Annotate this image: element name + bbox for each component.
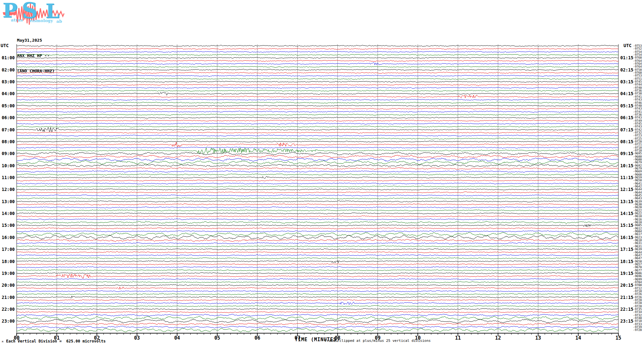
seismogram-plot [0, 0, 644, 346]
hour-label-right: 23:15 [620, 318, 633, 324]
trace-row [17, 282, 618, 283]
trace-row [17, 54, 618, 56]
clip-note: Traces clipped at plus/minus 25 vertical… [325, 339, 431, 343]
trace-row [17, 168, 618, 170]
trace-row [17, 114, 618, 116]
hour-label-left: 03:00 [0, 79, 15, 84]
trace-row [17, 274, 618, 278]
trace-row [17, 224, 618, 227]
hour-label-left: 05:00 [0, 103, 15, 108]
hour-label-left: 06:00 [0, 115, 15, 120]
hour-label-left: 12:00 [0, 187, 15, 192]
hour-label-left: 21:00 [0, 295, 15, 300]
trace-row [17, 57, 618, 59]
scale-note: Each Vertical Division = 625.00 microvol… [6, 339, 106, 343]
trace-row [17, 183, 618, 184]
x-tick-label: 04 [168, 335, 187, 341]
trace-row [17, 135, 618, 136]
hour-label-right: 12:15 [620, 187, 633, 192]
hour-label-left: 09:00 [0, 151, 15, 156]
trace-row [17, 176, 618, 178]
hour-label-right: 05:15 [620, 103, 633, 108]
trace-row [17, 78, 618, 79]
trace-row [17, 300, 618, 301]
trace-row [17, 305, 618, 307]
trace-row [17, 75, 618, 76]
trace-row [17, 278, 618, 280]
x-tick-label: 03 [128, 335, 147, 341]
trace-row [17, 260, 618, 263]
trace-row [17, 207, 618, 208]
trace-row [17, 51, 618, 53]
trace-row [17, 264, 618, 265]
hour-label-right: 02:15 [620, 67, 633, 72]
trace-row [17, 189, 618, 190]
hour-label-left: 08:00 [0, 139, 15, 144]
hour-label-right: 16:15 [620, 235, 633, 240]
trace-offset-value: -9720 [633, 328, 642, 332]
trace-row [17, 316, 618, 320]
hour-label-left: 19:00 [0, 271, 15, 276]
x-tick-label: 05 [208, 335, 227, 341]
trace-row [17, 132, 618, 133]
x-tick-label: 13 [529, 335, 548, 341]
trace-row [17, 291, 618, 292]
trace-row [17, 186, 618, 187]
trace-row [17, 127, 618, 132]
trace-row [17, 239, 618, 242]
hour-label-left: 16:00 [0, 235, 15, 240]
hour-label-right: 21:15 [620, 295, 633, 300]
hour-label-left: 01:00 [0, 55, 15, 60]
x-tick-label: 06 [248, 335, 267, 341]
hour-label-right: 18:15 [620, 259, 633, 264]
trace-row [17, 95, 618, 98]
hour-label-left: 23:00 [0, 318, 15, 324]
trace-row [17, 81, 618, 83]
trace-row [17, 311, 618, 313]
trace-row [17, 210, 618, 211]
trace-row [17, 158, 618, 161]
hour-label-right: 20:15 [620, 283, 633, 288]
trace-row [17, 142, 618, 147]
hour-label-left: 17:00 [0, 247, 15, 252]
webicorder-page: P atras S eismology L ab May31,2025 ANX … [0, 0, 644, 346]
trace-row [17, 328, 618, 332]
trace-row [17, 273, 618, 274]
trace-row [17, 45, 618, 46]
trace-row [17, 164, 618, 167]
trace-row [17, 251, 618, 253]
hour-label-right: 04:15 [620, 91, 633, 96]
hour-label-right: 07:15 [620, 127, 633, 132]
trace-row [17, 171, 618, 173]
hour-label-right: 09:15 [620, 151, 633, 156]
trace-row [17, 120, 618, 121]
trace-row [17, 147, 618, 148]
trace-row [17, 204, 618, 205]
trace-row [17, 180, 618, 181]
hour-label-left: 10:00 [0, 163, 15, 168]
trace-row [17, 105, 618, 106]
trace-row [17, 123, 618, 125]
trace-row [17, 108, 618, 110]
x-tick-label: 15 [609, 335, 628, 341]
hour-label-right: 14:15 [620, 211, 633, 216]
trace-row [17, 296, 618, 298]
trace-row [17, 302, 618, 305]
trace-row [17, 84, 618, 86]
hour-label-right: 19:15 [620, 271, 633, 276]
trace-row [17, 249, 618, 250]
trace-row [17, 267, 618, 268]
hour-label-right: 13:15 [620, 199, 633, 204]
trace-row [17, 138, 618, 139]
hour-label-right: 15:15 [620, 223, 633, 228]
trace-row [17, 198, 618, 199]
hour-label-left: 18:00 [0, 259, 15, 264]
trace-row [17, 314, 618, 316]
hour-label-right: 01:15 [620, 55, 633, 60]
trace-row [17, 231, 618, 232]
trace-row [17, 232, 618, 236]
trace-row [17, 48, 618, 50]
hour-label-right: 22:15 [620, 307, 633, 312]
hour-label-left: 14:00 [0, 211, 15, 216]
hour-label-right: 10:15 [620, 163, 633, 168]
